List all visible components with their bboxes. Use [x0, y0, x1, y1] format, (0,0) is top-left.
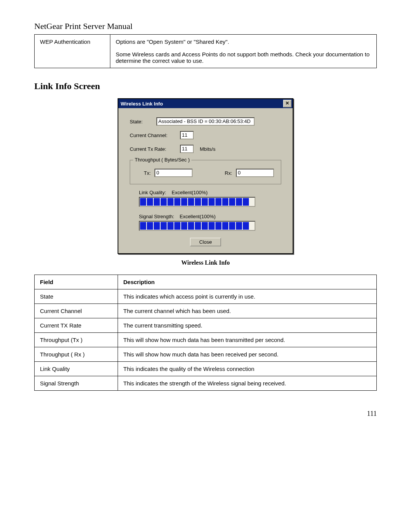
rx-value: 0 — [236, 169, 274, 177]
signal-strength-label: Signal Strength: — [139, 214, 174, 219]
table-row: Current TX Rate The current transmitting… — [35, 318, 377, 333]
dialog-titlebar: Wireless Link Info ✕ — [118, 99, 293, 108]
cell-field: State — [35, 289, 118, 304]
signal-strength-bar — [139, 221, 255, 231]
wep-auth-label: WEP Authentication — [35, 35, 110, 68]
dialog-title: Wireless Link Info — [121, 101, 163, 107]
cell-field: Current Channel — [35, 304, 118, 318]
figure-caption: Wireless Link Info — [34, 259, 377, 266]
cell-field: Signal Strength — [35, 376, 118, 391]
state-label: State: — [130, 119, 156, 125]
wep-auth-desc: Options are "Open System" or "Shared Key… — [110, 35, 377, 68]
signal-strength-value: Excellent(100%) — [180, 214, 216, 219]
link-quality-bar — [139, 197, 255, 207]
channel-label: Current Channel: — [130, 133, 180, 138]
cell-field: Link Quality — [35, 362, 118, 376]
table-row: Link Quality This indicates the quality … — [35, 362, 377, 376]
tx-value: 0 — [155, 169, 193, 177]
rx-label: Rx: — [225, 170, 233, 176]
cell-field: Current TX Rate — [35, 318, 118, 333]
table-row: State This indicates which access point … — [35, 289, 377, 304]
cell-field: Throughput (Tx ) — [35, 333, 118, 347]
cell-desc: This indicates the strength of the Wirel… — [118, 376, 377, 391]
txrate-value: 11 — [180, 145, 194, 153]
page-number: 111 — [34, 410, 377, 418]
col-header-field: Field — [35, 275, 118, 289]
cell-field: Throughput ( Rx ) — [35, 347, 118, 362]
table-row: Throughput (Tx ) This will show how much… — [35, 333, 377, 347]
tx-label: Tx: — [137, 170, 151, 176]
wireless-link-info-table: Field Description State This indicates w… — [34, 275, 377, 391]
state-value: Associated - BSS ID = 00:30:AB:06:53:4D — [156, 117, 255, 126]
link-quality-label: Link Quality: — [139, 190, 166, 195]
col-header-desc: Description — [118, 275, 377, 289]
close-button[interactable]: Close — [190, 238, 221, 246]
wep-auth-table: WEP Authentication Options are "Open Sys… — [34, 34, 377, 68]
table-row: Signal Strength This indicates the stren… — [35, 376, 377, 391]
section-heading: Link Info Screen — [34, 81, 377, 91]
cell-desc: The current transmitting speed. — [118, 318, 377, 333]
throughput-group: Throughput ( Bytes/Sec ) Tx: 0 Rx: 0 — [130, 160, 281, 184]
txrate-units: Mbits/s — [200, 146, 215, 152]
cell-desc: This will show how much data has been tr… — [118, 333, 377, 347]
cell-desc: The current channel which has been used. — [118, 304, 377, 318]
table-row: Current Channel The current channel whic… — [35, 304, 377, 318]
link-quality-value: Excellent(100%) — [172, 190, 208, 195]
close-icon[interactable]: ✕ — [283, 100, 292, 107]
cell-desc: This indicates the quality of the Wirele… — [118, 362, 377, 376]
wep-desc-line2: Some Wireless cards and Access Points do… — [116, 51, 371, 64]
wep-desc-line1: Options are "Open System" or "Shared Key… — [116, 38, 371, 45]
txrate-label: Current Tx Rate: — [130, 146, 180, 152]
page-title: NetGear Print Server Manual — [34, 21, 377, 31]
table-row: Throughput ( Rx ) This will show how muc… — [35, 347, 377, 362]
cell-desc: This will show how much data has been re… — [118, 347, 377, 362]
wireless-link-info-dialog: Wireless Link Info ✕ State: Associated -… — [118, 98, 293, 254]
channel-value: 11 — [180, 131, 194, 139]
throughput-legend: Throughput ( Bytes/Sec ) — [133, 157, 191, 163]
cell-desc: This indicates which access point is cur… — [118, 289, 377, 304]
